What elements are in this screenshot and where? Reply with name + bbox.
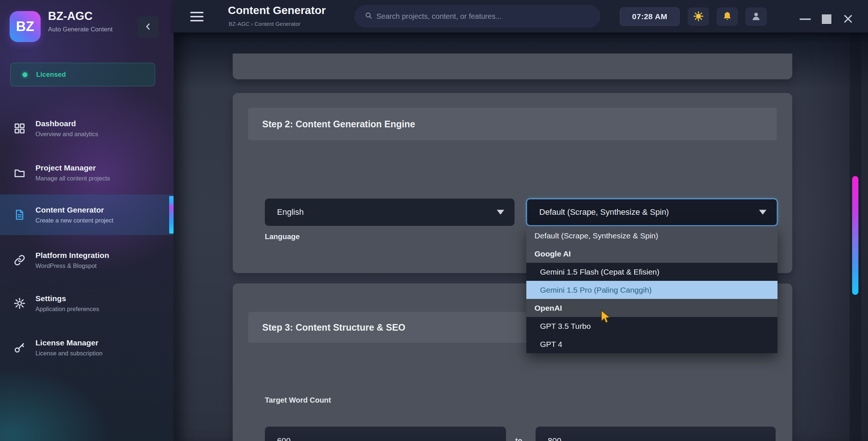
dropdown-option-gemini-pro-selected[interactable]: Gemini 1.5 Pro (Paling Canggih) — [526, 281, 778, 299]
active-item-indicator — [169, 196, 174, 234]
scrollbar-track[interactable] — [850, 32, 861, 441]
chevron-left-icon — [143, 22, 153, 32]
hamburger-icon — [190, 12, 204, 13]
brand-tagline: Auto Generate Content — [48, 26, 113, 33]
chevron-down-icon — [497, 210, 504, 215]
grid-icon — [13, 122, 26, 135]
step2-title: Step 2: Content Generation Engine — [248, 108, 777, 140]
license-dot-icon — [23, 72, 27, 77]
theme-toggle-button[interactable] — [688, 7, 709, 26]
license-status-text: Licensed — [36, 71, 66, 79]
app-window: BZ BZ-AGC Auto Generate Content Licensed… — [0, 0, 868, 441]
sidebar-item-sublabel: Create a new content project — [35, 217, 113, 224]
sidebar-item-label: Project Manager — [35, 163, 110, 172]
main-content: Step 2: Content Generation Engine Langua… — [174, 32, 868, 441]
bell-icon — [722, 11, 732, 23]
dropdown-option-gemini-flash[interactable]: Gemini 1.5 Flash (Cepat & Efisien) — [526, 263, 778, 281]
sidebar-collapse-button[interactable] — [137, 16, 159, 38]
dropdown-option-default[interactable]: Default (Scrape, Synthesize & Spin) — [526, 227, 778, 245]
word-count-separator: to — [515, 437, 522, 441]
search-icon — [365, 11, 373, 21]
sidebar-item-project-manager[interactable]: Project Manager Manage all content proje… — [0, 156, 174, 189]
scrollbar-thumb[interactable] — [852, 176, 858, 295]
sidebar-item-label: Platform Integration — [35, 251, 109, 260]
language-select[interactable]: English — [265, 199, 515, 226]
key-icon — [13, 341, 26, 354]
sidebar-item-sublabel: Manage all content projects — [35, 175, 110, 182]
sidebar-item-label: License Manager — [35, 338, 103, 347]
sidebar-item-sublabel: License and subscription — [35, 350, 103, 357]
sidebar-item-label: Settings — [35, 294, 99, 303]
dropdown-option-gpt4[interactable]: GPT 4 — [526, 335, 778, 353]
clock-badge: 07:28 AM — [620, 7, 680, 26]
sidebar: BZ BZ-AGC Auto Generate Content Licensed… — [0, 0, 174, 441]
user-profile-button[interactable] — [745, 7, 767, 26]
sidebar-item-license-manager[interactable]: License Manager License and subscription — [0, 331, 174, 364]
sidebar-item-label: Dashboard — [35, 119, 98, 128]
notifications-button[interactable] — [717, 7, 738, 26]
minimize-icon — [800, 18, 811, 20]
language-select-value: English — [277, 207, 304, 217]
step1-card-bottom — [233, 54, 792, 79]
window-minimize-button[interactable] — [797, 11, 813, 27]
sidebar-item-platform-integration[interactable]: Platform Integration WordPress & Blogspo… — [0, 244, 174, 277]
user-icon — [751, 11, 761, 23]
dropdown-option-gpt35[interactable]: GPT 3.5 Turbo — [526, 317, 778, 335]
document-icon — [13, 209, 26, 221]
sidebar-item-sublabel: Application preferences — [35, 306, 99, 313]
sidebar-item-sublabel: Overview and analytics — [35, 131, 98, 138]
word-count-label: Target Word Count — [265, 396, 331, 404]
word-count-min-input[interactable] — [265, 427, 506, 441]
app-logo: BZ — [10, 11, 41, 42]
breadcrumb: BZ-AGC › Content Generator — [229, 21, 300, 27]
sidebar-item-settings[interactable]: Settings Application preferences — [0, 287, 174, 320]
window-close-button[interactable] — [840, 11, 856, 27]
menu-toggle-button[interactable] — [190, 9, 207, 24]
close-icon — [843, 13, 854, 25]
folder-icon — [13, 166, 26, 179]
license-status-badge: Licensed — [10, 63, 155, 86]
chevron-down-icon — [759, 210, 766, 215]
engine-dropdown-list: Default (Scrape, Synthesize & Spin) Goog… — [526, 227, 778, 353]
word-count-max-input[interactable] — [536, 427, 776, 441]
window-maximize-button[interactable] — [819, 11, 835, 27]
sidebar-item-label: Content Generator — [35, 206, 113, 214]
search-input[interactable] — [376, 12, 593, 21]
sidebar-item-content-generator[interactable]: Content Generator Create a new content p… — [0, 194, 174, 235]
sidebar-item-dashboard[interactable]: Dashboard Overview and analytics — [0, 112, 174, 145]
engine-select-value: Default (Scrape, Synthesize & Spin) — [539, 207, 669, 217]
dropdown-group-google-ai: Google AI — [526, 245, 778, 263]
link-icon — [13, 254, 26, 266]
search-box — [355, 5, 600, 27]
page-title: Content Generator — [228, 4, 326, 17]
sun-icon — [693, 11, 704, 23]
dropdown-group-openai: OpenAI — [526, 299, 778, 317]
maximize-icon — [822, 14, 831, 24]
language-label: Language — [265, 232, 300, 241]
engine-select[interactable]: Default (Scrape, Synthesize & Spin) — [526, 199, 778, 226]
brand-name: BZ-AGC — [48, 10, 93, 23]
gear-icon — [13, 297, 26, 310]
sidebar-item-sublabel: WordPress & Blogspot — [35, 262, 109, 269]
